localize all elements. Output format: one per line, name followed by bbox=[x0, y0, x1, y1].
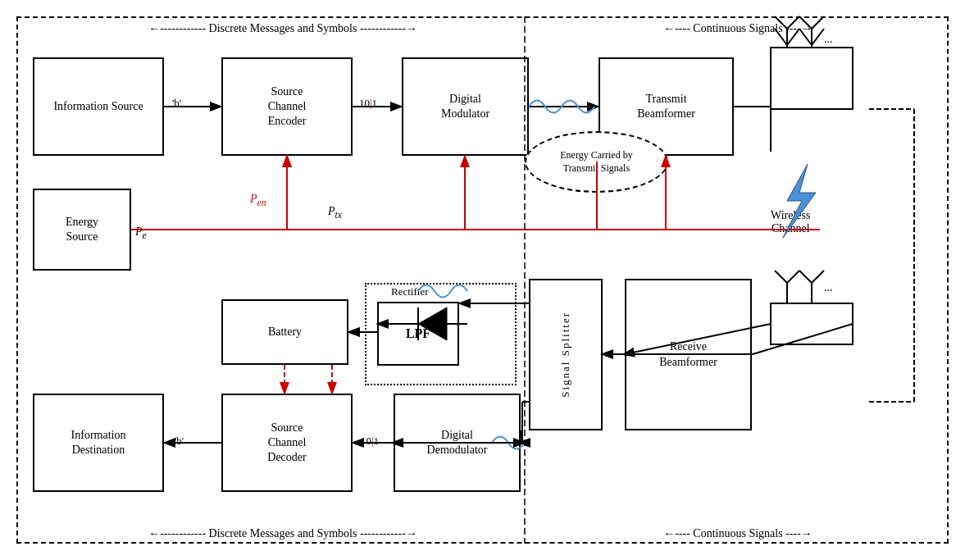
info-destination-label: InformationDestination bbox=[71, 428, 126, 458]
continuous-top-label: ←‑‑‑‑ Continuous Signals ‑‑‑‑→ bbox=[574, 22, 902, 35]
energy-source-label: EnergySource bbox=[66, 215, 98, 244]
code-bottom-label: 10|1 bbox=[361, 435, 379, 448]
code-top-label: 10|1 bbox=[359, 97, 377, 110]
discrete-top-label: ←‑‑‑‑‑‑‑‑‑‑‑‑ Discrete Messages and Symb… bbox=[45, 22, 521, 35]
b-bottom-label: 'b' bbox=[175, 435, 184, 448]
b-top-label: 'b' bbox=[172, 97, 181, 110]
digital-demodulator-block: DigitalDemodulator bbox=[394, 394, 521, 492]
info-source-block: Information Source bbox=[33, 57, 164, 156]
continuous-bottom-label: ←‑‑‑‑ Continuous Signals ‑‑‑‑→ bbox=[574, 527, 902, 540]
battery-block: Battery bbox=[221, 299, 348, 365]
svg-marker-61 bbox=[783, 164, 816, 238]
digital-modulator-block: DigitalModulator bbox=[402, 57, 529, 156]
signal-splitter-block: Signal Splitter bbox=[529, 279, 603, 430]
info-destination-block: InformationDestination bbox=[33, 394, 164, 492]
ptx-label: Ptx bbox=[328, 205, 342, 221]
pe-label: Pe bbox=[135, 225, 147, 241]
source-decoder-label: SourceChannelDecoder bbox=[267, 421, 306, 466]
digital-demodulator-label: DigitalDemodulator bbox=[427, 428, 488, 458]
source-decoder-block: SourceChannelDecoder bbox=[221, 394, 353, 492]
lpf-label: LPF bbox=[406, 326, 430, 343]
receive-beamformer-label: ReceiveBeamformer bbox=[659, 339, 717, 369]
transmit-beamformer-label: TransmitBeamformer bbox=[637, 92, 695, 121]
energy-carried-label: Energy Carried byTransmit Signals bbox=[560, 149, 632, 175]
receive-beamformer-block: ReceiveBeamformer bbox=[625, 279, 752, 430]
lightning-svg bbox=[771, 164, 828, 238]
source-encoder-label: SourceChannelEncoder bbox=[268, 84, 307, 130]
energy-carried-oval: Energy Carried byTransmit Signals bbox=[525, 131, 668, 193]
source-encoder-block: SourceChannelEncoder bbox=[221, 57, 353, 156]
rectifier-label: Rectifier bbox=[391, 285, 428, 298]
info-source-label: Information Source bbox=[53, 99, 143, 114]
energy-source-block: EnergySource bbox=[33, 189, 131, 271]
battery-label: Battery bbox=[268, 325, 302, 339]
discrete-bottom-label: ←‑‑‑‑‑‑‑‑‑‑‑‑ Discrete Messages and Symb… bbox=[45, 527, 521, 540]
signal-splitter-label: Signal Splitter bbox=[559, 312, 573, 398]
lpf-block: LPF bbox=[377, 302, 459, 366]
pen-label: Pen bbox=[250, 193, 266, 208]
digital-modulator-label: DigitalModulator bbox=[441, 92, 489, 121]
diagram-container: Information Source SourceChannelEncoder … bbox=[0, 0, 965, 560]
